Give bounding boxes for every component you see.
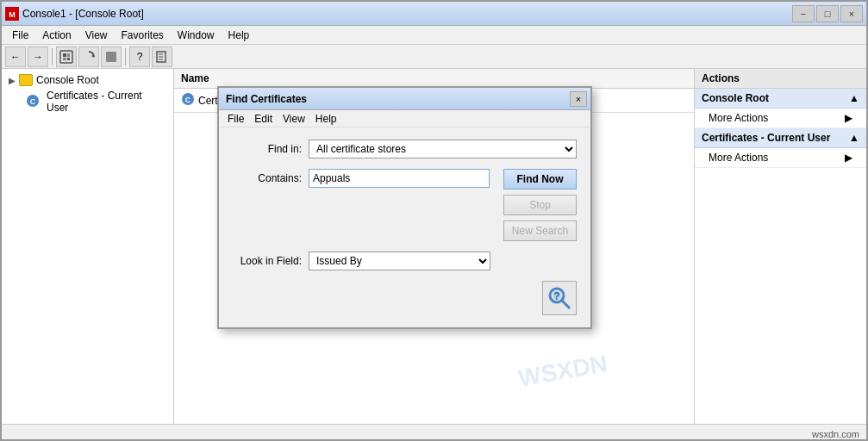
menu-favorites[interactable]: Favorites xyxy=(115,28,171,43)
tree-item-console-root[interactable]: ▶ Console Root xyxy=(2,72,173,88)
app-icon: M xyxy=(5,7,19,21)
dialog-menu-bar: File Edit View Help xyxy=(219,110,590,127)
stop-button[interactable]: Stop xyxy=(503,195,577,215)
toolbar: ← → ? xyxy=(2,45,866,69)
new-search-button[interactable]: New Search xyxy=(503,220,577,241)
dialog-icon-area: ? xyxy=(233,281,577,315)
dialog-title-bar: Find Certificates × xyxy=(219,88,590,110)
actions-more-actions-cert[interactable]: More Actions ▶ xyxy=(695,148,866,168)
left-pane: ▶ Console Root C Certificates - Current … xyxy=(2,69,174,424)
toolbar-btn-4[interactable] xyxy=(78,47,99,67)
actions-collapse-icon-1: ▲ xyxy=(849,92,859,104)
dialog-menu-edit[interactable]: Edit xyxy=(249,112,278,126)
actions-section-certificates[interactable]: Certificates - Current User ▲ xyxy=(695,128,866,148)
menu-window[interactable]: Window xyxy=(171,28,222,43)
dialog-body: Find in: All certificate stores Personal… xyxy=(219,127,590,327)
watermark: WSXDN xyxy=(516,350,609,393)
more-actions-label-2: More Actions xyxy=(709,152,768,164)
folder-icon xyxy=(19,74,33,86)
svg-text:C: C xyxy=(30,97,36,106)
close-button[interactable]: × xyxy=(840,5,863,22)
dialog-menu-help[interactable]: Help xyxy=(310,112,342,126)
contains-input[interactable] xyxy=(309,169,490,188)
dialog-buttons: Find Now Stop New Search xyxy=(503,169,577,241)
more-actions-arrow-2: ▶ xyxy=(845,152,852,164)
actions-section-console-root[interactable]: Console Root ▲ xyxy=(695,89,866,109)
more-actions-arrow-1: ▶ xyxy=(845,112,852,124)
actions-section-cert-label: Certificates - Current User xyxy=(702,132,830,144)
help-toolbar-btn[interactable]: ? xyxy=(129,47,150,67)
title-bar-left: M Console1 - [Console Root] xyxy=(5,7,144,21)
back-button[interactable]: ← xyxy=(5,47,26,67)
menu-help[interactable]: Help xyxy=(222,28,257,43)
look-in-select[interactable]: Issued By Issued To Subject Thumbprint xyxy=(309,252,490,270)
svg-rect-6 xyxy=(67,58,70,60)
actions-more-actions-console[interactable]: More Actions ▶ xyxy=(695,109,866,128)
look-in-select-wrapper: Issued By Issued To Subject Thumbprint xyxy=(309,252,490,270)
svg-rect-3 xyxy=(63,53,66,57)
find-now-button[interactable]: Find Now xyxy=(503,169,577,189)
actions-pane: Actions Console Root ▲ More Actions ▶ Ce… xyxy=(694,69,866,424)
item-cert-icon: C xyxy=(181,92,195,109)
name-column-header: Name xyxy=(181,72,209,84)
certificates-label: Certificates - Current User xyxy=(47,90,166,114)
toolbar-sep-2 xyxy=(125,48,126,65)
dialog-menu-view[interactable]: View xyxy=(278,112,310,126)
main-layout: ▶ Console Root C Certificates - Current … xyxy=(2,69,866,424)
svg-text:?: ? xyxy=(553,290,559,302)
contains-row: Contains: Find Now Stop New Search xyxy=(233,169,577,241)
window-controls: − □ × xyxy=(792,5,863,22)
dialog-title: Find Certificates xyxy=(226,93,307,105)
console-root-label: Console Root xyxy=(36,74,99,86)
minimize-button[interactable]: − xyxy=(792,5,815,22)
svg-rect-8 xyxy=(106,52,116,62)
find-certificates-dialog: Find Certificates × File Edit View Help … xyxy=(217,86,592,329)
menu-view[interactable]: View xyxy=(78,28,115,43)
maximize-button[interactable]: □ xyxy=(816,5,839,22)
forward-button[interactable]: → xyxy=(28,47,48,67)
look-in-row: Look in Field: Issued By Issued To Subje… xyxy=(233,252,577,270)
find-in-select[interactable]: All certificate stores Personal Trusted … xyxy=(309,140,577,158)
more-actions-label-1: More Actions xyxy=(709,112,768,124)
toolbar-sep-1 xyxy=(52,48,53,65)
find-in-label: Find in: xyxy=(233,143,302,155)
svg-rect-5 xyxy=(67,53,70,57)
dialog-menu-file[interactable]: File xyxy=(222,112,249,126)
menu-bar: File Action View Favorites Window Help xyxy=(2,26,866,45)
right-pane: Name C Certificates - Current User Find … xyxy=(174,69,694,424)
toolbar-btn-7[interactable] xyxy=(152,47,172,67)
look-in-label: Look in Field: xyxy=(233,255,302,267)
svg-line-18 xyxy=(562,301,570,308)
status-bar: wsxdn.com xyxy=(2,424,866,441)
toolbar-btn-3[interactable] xyxy=(56,47,77,67)
svg-text:M: M xyxy=(9,10,16,19)
svg-rect-4 xyxy=(63,58,66,60)
menu-file[interactable]: File xyxy=(5,28,35,43)
dialog-close-button[interactable]: × xyxy=(570,91,587,107)
actions-header: Actions xyxy=(695,69,866,89)
cert-icon: C xyxy=(26,94,40,110)
window-title: Console1 - [Console Root] xyxy=(22,8,144,20)
tree-item-certificates[interactable]: C Certificates - Current User xyxy=(2,88,173,115)
title-bar: M Console1 - [Console Root] − □ × xyxy=(2,2,866,26)
find-in-select-wrapper: All certificate stores Personal Trusted … xyxy=(309,140,577,158)
expand-icon: ▶ xyxy=(9,76,16,85)
status-text: wsxdn.com xyxy=(812,429,859,439)
actions-section-console-root-label: Console Root xyxy=(702,92,769,104)
actions-collapse-icon-2: ▲ xyxy=(849,132,859,144)
toolbar-btn-5[interactable] xyxy=(101,47,122,67)
find-in-row: Find in: All certificate stores Personal… xyxy=(233,140,577,158)
search-icon-box: ? xyxy=(542,281,577,315)
contains-label: Contains: xyxy=(233,172,302,184)
menu-action[interactable]: Action xyxy=(35,28,78,43)
svg-text:C: C xyxy=(185,96,191,104)
